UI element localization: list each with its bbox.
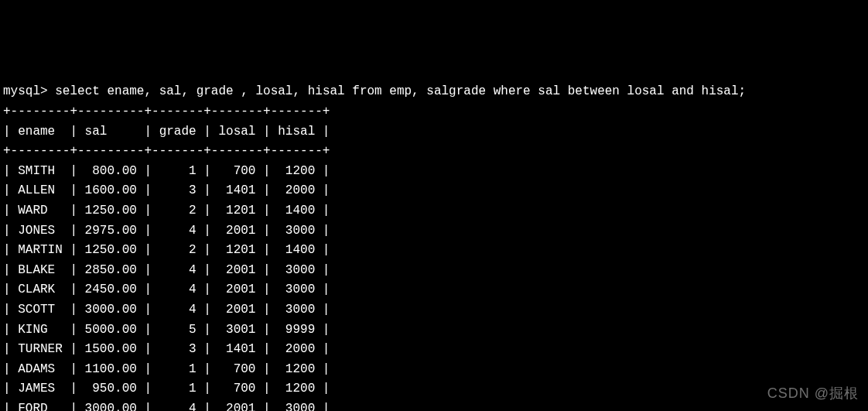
sql-query: select ename, sal, grade , losal, hisal … (55, 84, 746, 98)
result-table: +--------+---------+-------+-------+----… (3, 104, 330, 411)
mysql-terminal[interactable]: mysql> select ename, sal, grade , losal,… (3, 82, 865, 411)
watermark: CSDN @掘根 (767, 382, 859, 405)
mysql-prompt: mysql> (3, 84, 55, 98)
